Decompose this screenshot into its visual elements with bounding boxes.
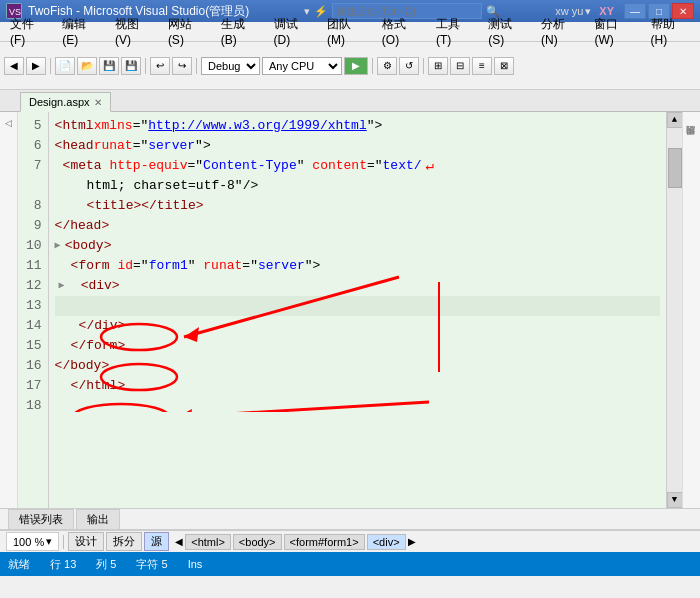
bottom-panel-tabs[interactable]: 错误列表 输出	[0, 508, 700, 530]
left-sidebar: ◁	[0, 112, 18, 508]
code-line-18	[55, 396, 660, 416]
right-scrollbar[interactable]: ▲ ▼	[666, 112, 682, 508]
refresh-btn[interactable]: ↺	[399, 57, 419, 75]
error-list-tab[interactable]: 错误列表	[8, 509, 74, 530]
footer-sep	[63, 535, 64, 549]
sep4	[372, 58, 373, 74]
split-view-btn[interactable]: 拆分	[106, 532, 142, 551]
sep1	[50, 58, 51, 74]
sidebar-icons: ◁	[2, 116, 16, 130]
sidebar-icon-1[interactable]: ◁	[2, 116, 16, 130]
status-row: 行 13	[50, 557, 76, 572]
menu-bar: 文件(F)编辑(E)视图(V)网站(S)生成(B)调试(D)团队(M)格式(O)…	[0, 22, 700, 42]
code-line-8: <title></title>	[55, 196, 660, 216]
btn1[interactable]: ⊞	[428, 57, 448, 75]
tab-bar: Design.aspx ✕	[0, 90, 700, 112]
toolbar-row-1: ◀ ▶ 📄 📂 💾 💾 ↩ ↪ Debug Any CPU ▶ ⚙ ↺ ⊞ ⊟ …	[0, 55, 700, 77]
save-btn[interactable]: 💾	[99, 57, 119, 75]
breadcrumb-arrow-left[interactable]: ◀	[175, 536, 183, 547]
code-line-5: <html xmlns="http://www.w3.org/1999/xhtm…	[55, 116, 660, 136]
redo-btn[interactable]: ↪	[172, 57, 192, 75]
save-all-btn[interactable]: 💾	[121, 57, 141, 75]
code-line-10: ▶ <body>	[55, 236, 660, 256]
breadcrumb-html[interactable]: <html>	[185, 534, 231, 550]
menu-item-n[interactable]: 分析(N)	[535, 14, 586, 49]
scroll-down-arrow[interactable]: ▼	[667, 492, 683, 508]
code-line-11: <form id="form1" runat="server">	[55, 256, 660, 276]
btn3[interactable]: ≡	[472, 57, 492, 75]
output-tab[interactable]: 输出	[76, 509, 120, 530]
status-char: 字符 5	[136, 557, 167, 572]
menu-item-t[interactable]: 工具(T)	[430, 14, 480, 49]
attach-btn[interactable]: ⚙	[377, 57, 397, 75]
menu-item-h[interactable]: 帮助(H)	[645, 14, 696, 49]
menu-item-f[interactable]: 文件(F)	[4, 14, 54, 49]
design-aspx-tab[interactable]: Design.aspx ✕	[20, 92, 111, 112]
undo-btn[interactable]: ↩	[150, 57, 170, 75]
menu-item-s[interactable]: 测试(S)	[482, 14, 533, 49]
sep2	[145, 58, 146, 74]
toolbar-area: ◀ ▶ 📄 📂 💾 💾 ↩ ↪ Debug Any CPU ▶ ⚙ ↺ ⊞ ⊟ …	[0, 42, 700, 90]
sep3	[196, 58, 197, 74]
menu-item-o[interactable]: 格式(O)	[376, 14, 428, 49]
code-line-16: </body>	[55, 356, 660, 376]
debug-mode-select[interactable]: Debug	[201, 57, 260, 75]
menu-item-d[interactable]: 调试(D)	[268, 14, 319, 49]
source-view-btn[interactable]: 源	[144, 532, 169, 551]
menu-item-v[interactable]: 视图(V)	[109, 14, 160, 49]
menu-item-m[interactable]: 团队(M)	[321, 14, 374, 49]
scroll-track[interactable]	[667, 128, 682, 492]
main-layout: ◁ 5 6 7 · 8 9 10 11 12 13 14 15 16 17 18	[0, 112, 700, 508]
status-col: 列 5	[96, 557, 116, 572]
zoom-dropdown-icon[interactable]: ▾	[46, 535, 52, 548]
scroll-up-arrow[interactable]: ▲	[667, 112, 683, 128]
breadcrumb-form[interactable]: <form#form1>	[284, 534, 365, 550]
code-editor[interactable]: 5 6 7 · 8 9 10 11 12 13 14 15 16 17 18	[18, 112, 700, 508]
footer-nav: 100 % ▾ 设计 拆分 源 ◀ <html> <body> <form#fo…	[0, 530, 700, 552]
run-btn[interactable]: ▶	[344, 57, 368, 75]
menu-item-b[interactable]: 生成(B)	[215, 14, 266, 49]
editor-area[interactable]: 5 6 7 · 8 9 10 11 12 13 14 15 16 17 18	[18, 112, 700, 508]
code-line-7b: html; charset=utf-8"/>	[55, 176, 660, 196]
code-line-7: <meta http-equiv="Content-Type" content=…	[55, 156, 660, 176]
open-btn[interactable]: 📂	[77, 57, 97, 75]
breadcrumb-body[interactable]: <body>	[233, 534, 282, 550]
scroll-thumb[interactable]	[668, 148, 682, 188]
code-content[interactable]: <html xmlns="http://www.w3.org/1999/xhtm…	[49, 112, 666, 508]
code-line-13	[55, 296, 660, 316]
status-mode: Ins	[188, 558, 203, 570]
menu-item-s[interactable]: 网站(S)	[162, 14, 213, 49]
tab-label: Design.aspx	[29, 96, 90, 108]
code-line-9: </head>	[55, 216, 660, 236]
breadcrumb-div[interactable]: <div>	[367, 534, 406, 550]
code-line-12: ▶ <div>	[55, 276, 660, 296]
zoom-value: 100 %	[13, 536, 44, 548]
cpu-mode-select[interactable]: Any CPU	[262, 57, 342, 75]
btn2[interactable]: ⊟	[450, 57, 470, 75]
menu-item-e[interactable]: 编辑(E)	[56, 14, 107, 49]
menu-item-w[interactable]: 窗口(W)	[588, 14, 642, 49]
design-view-btn[interactable]: 设计	[68, 532, 104, 551]
code-line-14: </div>	[55, 316, 660, 336]
tab-close-icon[interactable]: ✕	[94, 97, 102, 108]
line-numbers: 5 6 7 · 8 9 10 11 12 13 14 15 16 17 18	[18, 112, 49, 508]
status-ready: 就绪	[8, 557, 30, 572]
sep5	[423, 58, 424, 74]
breadcrumb-arrow-right[interactable]: ▶	[408, 536, 416, 547]
right-label-area: 调用层次结构	[682, 112, 700, 508]
code-line-17: </html>	[55, 376, 660, 396]
new-btn[interactable]: 📄	[55, 57, 75, 75]
status-bar: 就绪 行 13 列 5 字符 5 Ins	[0, 552, 700, 576]
btn4[interactable]: ⊠	[494, 57, 514, 75]
back-btn[interactable]: ◀	[4, 57, 24, 75]
code-line-15: </form>	[55, 336, 660, 356]
code-line-6: <head runat="server">	[55, 136, 660, 156]
zoom-label: 100 % ▾	[6, 532, 59, 551]
forward-btn[interactable]: ▶	[26, 57, 46, 75]
